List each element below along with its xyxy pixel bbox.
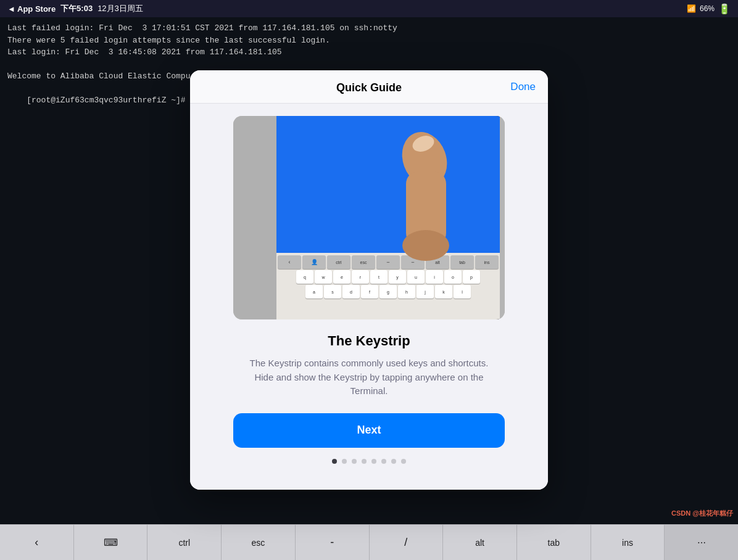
image-keyboard: ‹ 👤 ctrl esc − − alt tab ins [276, 253, 500, 319]
page-dots [332, 459, 406, 474]
modal-body: ‹ 👤 ctrl esc − − alt tab ins [190, 104, 548, 490]
csdn-badge: CSDN @桂花年糕仔 [671, 509, 733, 518]
image-left-gray [233, 116, 276, 319]
image-right-gray [500, 116, 505, 319]
key-w: w [315, 270, 332, 284]
dot-7 [391, 459, 396, 464]
key-k: k [435, 285, 452, 299]
modal-title: Quick Guide [336, 81, 402, 94]
key-j: j [417, 285, 434, 299]
key-dash2: − [401, 255, 425, 269]
keyboard-row-asdf: a s d f g h j k l [278, 285, 499, 299]
key-tab: tab [450, 255, 474, 269]
key-t: t [370, 270, 388, 284]
modal-overlay: Quick Guide Done [0, 0, 738, 560]
key-u: u [407, 270, 425, 284]
key-d: d [342, 285, 360, 299]
dot-3 [352, 459, 357, 464]
key-q: q [296, 270, 313, 284]
keyboard-row-special: ‹ 👤 ctrl esc − − alt tab ins [278, 255, 499, 269]
key-p: p [463, 270, 480, 284]
dot-4 [362, 459, 367, 464]
image-blue-screen [276, 116, 500, 253]
image-phone: ‹ 👤 ctrl esc − − alt tab ins [276, 116, 500, 319]
key-alt: alt [426, 255, 449, 269]
key-r: r [352, 270, 369, 284]
key-ins: ins [475, 255, 499, 269]
key-a: a [305, 285, 323, 299]
guide-title: The Keystrip [328, 333, 410, 349]
key-l: l [454, 285, 471, 299]
key-ctrl: ctrl [327, 255, 350, 269]
guide-image: ‹ 👤 ctrl esc − − alt tab ins [233, 116, 505, 319]
dot-1 [332, 459, 337, 464]
key-dash: − [376, 255, 400, 269]
key-s: s [324, 285, 341, 299]
key-i: i [426, 270, 443, 284]
keyboard-row-qwerty: q w e r t y u i o p [278, 270, 499, 284]
guide-image-container: ‹ 👤 ctrl esc − − alt tab ins [233, 116, 505, 319]
key-h: h [398, 285, 415, 299]
key-esc: esc [352, 255, 375, 269]
guide-description: The Keystrip contains commonly used keys… [246, 356, 492, 398]
key-back: ‹ [278, 255, 301, 269]
next-button[interactable]: Next [233, 413, 505, 448]
key-person: 👤 [302, 255, 326, 269]
dot-8 [401, 459, 406, 464]
key-o: o [444, 270, 462, 284]
key-e: e [333, 270, 350, 284]
dot-2 [342, 459, 347, 464]
done-button[interactable]: Done [510, 81, 536, 93]
dot-5 [371, 459, 376, 464]
key-g: g [379, 285, 397, 299]
key-y: y [389, 270, 406, 284]
modal-header: Quick Guide Done [190, 70, 548, 104]
quick-guide-modal: Quick Guide Done [190, 70, 548, 490]
key-f: f [361, 285, 378, 299]
dot-6 [381, 459, 386, 464]
